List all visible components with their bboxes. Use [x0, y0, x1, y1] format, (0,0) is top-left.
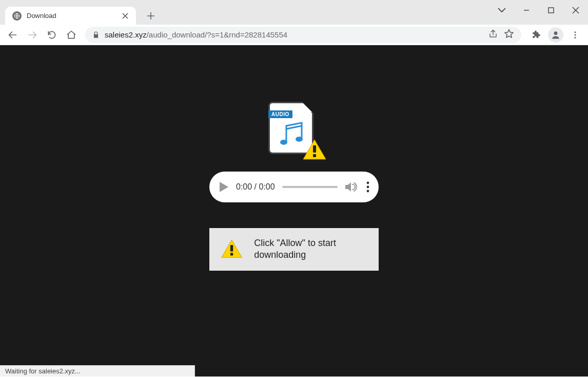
forward-button[interactable] [24, 26, 41, 44]
svg-rect-8 [313, 145, 316, 153]
new-tab-button[interactable] [143, 8, 159, 24]
share-icon[interactable] [488, 29, 498, 41]
minimize-button[interactable] [514, 0, 539, 21]
star-icon[interactable] [504, 29, 514, 41]
globe-icon [12, 11, 22, 21]
tab-title: Download [27, 12, 121, 20]
allow-message-box: Click "Allow" to start downloading [209, 228, 379, 271]
svg-point-6 [280, 140, 287, 145]
address-bar[interactable]: saleies2.xyz/audio_download/?s=1&rnd=282… [85, 27, 521, 43]
extensions-button[interactable] [527, 26, 545, 44]
status-text: Waiting for saleies2.xyz... [5, 367, 81, 375]
volume-button[interactable] [345, 181, 357, 193]
url-text: saleies2.xyz/audio_download/?s=1&rnd=282… [105, 30, 287, 39]
player-menu-button[interactable] [364, 181, 371, 193]
window-controls [514, 0, 588, 21]
audio-file-hero-icon: AUDIO [263, 102, 325, 159]
tab-search-icon[interactable] [489, 0, 514, 21]
maximize-button[interactable] [539, 0, 563, 21]
svg-point-10 [367, 182, 369, 184]
menu-button[interactable] [566, 26, 584, 44]
svg-point-11 [367, 186, 369, 188]
svg-point-12 [367, 190, 369, 193]
time-display: 0:00 / 0:00 [236, 182, 275, 192]
back-button[interactable] [4, 26, 22, 44]
svg-point-5 [575, 36, 576, 38]
total-time: 0:00 [259, 182, 275, 191]
svg-point-7 [296, 137, 303, 142]
seek-bar[interactable] [282, 186, 338, 188]
url-path: /audio_download/?s=1&rnd=2828145554 [147, 30, 287, 39]
browser-tab[interactable]: Download [5, 7, 136, 25]
page-content: AUDIO 0:00 / 0:00 [0, 45, 588, 376]
svg-point-3 [575, 31, 576, 33]
close-window-button[interactable] [563, 0, 588, 21]
allow-message-text: Click "Allow" to start downloading [254, 237, 367, 261]
browser-toolbar: saleies2.xyz/audio_download/?s=1&rnd=282… [0, 25, 588, 45]
svg-rect-14 [230, 253, 233, 256]
toolbar-right [527, 26, 584, 44]
home-button[interactable] [63, 26, 80, 44]
reload-button[interactable] [43, 26, 61, 44]
audio-player: 0:00 / 0:00 [209, 172, 379, 202]
warning-triangle-icon [221, 237, 243, 261]
url-host: saleies2.xyz [105, 30, 147, 39]
svg-point-4 [575, 34, 576, 35]
play-button[interactable] [219, 181, 229, 193]
svg-rect-1 [548, 8, 554, 13]
close-tab-icon[interactable] [121, 11, 130, 21]
svg-rect-9 [313, 154, 316, 157]
current-time: 0:00 [236, 182, 252, 191]
audio-badge: AUDIO [268, 110, 292, 118]
time-sep: / [252, 182, 259, 191]
svg-point-2 [554, 31, 558, 35]
status-bar: Waiting for saleies2.xyz... [0, 365, 195, 376]
tab-strip: Download [0, 5, 588, 25]
svg-rect-13 [230, 245, 233, 252]
profile-button[interactable] [548, 27, 563, 43]
warning-triangle-icon [302, 139, 327, 161]
lock-icon[interactable] [92, 31, 100, 39]
